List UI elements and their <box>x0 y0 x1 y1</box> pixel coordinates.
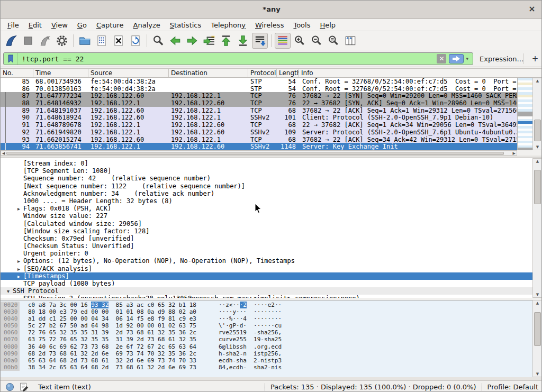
scrollbar-thumb[interactable] <box>534 312 541 347</box>
scroll-up-icon[interactable]: ▲ <box>533 159 542 163</box>
hex-ascii[interactable]: 84,ecdh- sha2-nis <box>219 364 282 371</box>
detail-tree-item[interactable]: [Next sequence number: 1122 (relative se… <box>1 183 542 190</box>
find-packet-button[interactable] <box>150 33 166 49</box>
display-filter-input[interactable]: !tcp.port == 22 ✕ ▾ <box>3 52 473 65</box>
expand-arrow-icon[interactable]: ▸ <box>14 266 23 272</box>
hex-row[interactable]: 0040 a1 dd c1 25 00 00 04 34 06 14 f5 e8… <box>1 315 542 322</box>
menu-item[interactable]: Statistics <box>165 20 206 30</box>
detail-tree-item[interactable]: Window size value: 227 <box>1 212 542 220</box>
menu-item[interactable]: Analyze <box>129 20 165 30</box>
expand-arrow-icon[interactable]: ▸ <box>14 273 23 280</box>
go-first-packet-button[interactable] <box>218 33 234 49</box>
filter-clear-button[interactable]: ✕ <box>437 54 446 63</box>
detail-tree-item[interactable]: ▸Flags: 0x018 (PSH, ACK) <box>1 205 542 212</box>
packet-row[interactable]: 94 71.663856741 192.168.122.1 192.168.12… <box>1 143 517 150</box>
packet-list-vscrollbar[interactable]: ▲ ▼ <box>532 78 542 150</box>
column-header-destination[interactable]: Destination <box>169 69 248 77</box>
hex-ascii[interactable]: ····y··· ········ <box>219 308 282 315</box>
detail-tree-item[interactable]: [TCP Segment Len: 1080] <box>1 167 542 175</box>
hex-bytes[interactable]: 5c 27 b2 67 50 ad 64 98 1d 92 00 00 01 0… <box>28 322 196 329</box>
save-file-button[interactable] <box>94 33 110 49</box>
detail-vscrollbar[interactable]: ▲ ▼ <box>532 158 542 298</box>
packet-list-minimap[interactable] <box>517 78 532 150</box>
hex-bytes[interactable]: 68 2d 73 68 61 32 2d 6e 69 73 74 70 32 3… <box>28 350 196 357</box>
hex-row[interactable]: 0050 5c 27 b2 67 50 ad 64 98 1d 92 00 00… <box>1 322 542 329</box>
packet-list-hscrollbar[interactable]: ◀ ▶ <box>1 150 517 156</box>
column-header-protocol[interactable]: Protocol <box>248 69 277 77</box>
stop-capture-button[interactable] <box>20 33 36 49</box>
detail-tree-item[interactable]: [Window size scaling factor: 128] <box>1 227 542 235</box>
detail-tree-item[interactable]: Checksum: 0x79ed [unverified] <box>1 235 542 242</box>
menu-item[interactable]: Edit <box>24 20 47 30</box>
hex-bytes[interactable]: 65 63 64 68 2d 73 68 61 32 2d 6e 69 73 7… <box>28 357 196 364</box>
column-header-no[interactable]: No. <box>1 69 33 77</box>
restart-capture-button[interactable] <box>37 33 53 49</box>
expression-button[interactable]: Expression… <box>480 55 524 63</box>
hex-row[interactable]: 0020 c0 a8 7a 3c 00 16 93 32 85 a3 ac c0… <box>1 302 542 308</box>
menu-item[interactable]: Wireless <box>250 20 288 30</box>
expert-info-button[interactable] <box>5 382 14 391</box>
hex-ascii[interactable]: 6@libssh .org,ecd <box>219 343 282 350</box>
scrollbar-thumb[interactable] <box>6 152 504 155</box>
packet-row[interactable]: 87 71.647777234 192.168.122.60 192.168.1… <box>1 92 517 99</box>
capture-comment-button[interactable] <box>19 382 29 391</box>
open-file-button[interactable] <box>77 33 93 49</box>
detail-tree-item[interactable]: Acknowledgment number: 34 (relative ack … <box>1 190 542 197</box>
close-file-button[interactable] <box>111 33 127 49</box>
menu-item[interactable]: Go <box>73 20 92 30</box>
reload-file-button[interactable] <box>128 33 143 49</box>
hex-ascii[interactable]: \'·gP·d· ······cu <box>219 322 282 329</box>
packet-row[interactable]: 88 71.648146932 192.168.122.1 192.168.12… <box>1 99 517 107</box>
packet-row[interactable]: 86 70.013850163 fe:54:00:d4:38:2a STP 54… <box>1 85 517 93</box>
close-button[interactable]: × <box>527 4 537 14</box>
hex-bytes[interactable]: 36 40 6c 69 62 73 73 68 2e 6f 72 67 2c 6… <box>28 343 196 350</box>
hex-ascii[interactable]: ecdh-sha 2-nistp3 <box>219 357 282 364</box>
menu-item[interactable]: Tools <box>288 20 315 30</box>
hex-row[interactable]: 0070 63 75 72 76 65 32 35 35 31 39 2d 73… <box>1 336 542 343</box>
hex-bytes[interactable]: 38 34 2c 65 63 64 68 2d 73 68 61 32 2d 6… <box>28 364 196 371</box>
go-back-button[interactable] <box>167 33 183 49</box>
resize-columns-button[interactable] <box>342 33 358 49</box>
expand-arrow-icon[interactable]: ▾ <box>4 288 13 295</box>
profile-label[interactable]: Profile: Default <box>487 383 538 391</box>
hex-ascii[interactable]: ···%···4 ········ <box>219 315 282 322</box>
detail-tree-item[interactable]: ▸Options: (12 bytes), No-Operation (NOP)… <box>1 257 542 265</box>
packet-row[interactable]: 91 71.648789678 192.168.122.1 192.168.12… <box>1 121 517 129</box>
expand-arrow-icon[interactable]: ▸ <box>14 205 23 212</box>
scrollbar-thumb[interactable] <box>534 120 541 141</box>
scrollbar-thumb[interactable] <box>534 170 541 205</box>
zoom-out-button[interactable] <box>309 33 324 49</box>
detail-tree-item[interactable]: [Calculated window size: 29056] <box>1 220 542 227</box>
start-capture-button[interactable] <box>3 33 19 49</box>
expand-arrow-icon[interactable]: ▸ <box>14 258 23 265</box>
hex-ascii[interactable]: curve255 19-sha25 <box>219 336 282 343</box>
colorize-packets-button[interactable] <box>275 33 291 49</box>
auto-scroll-button[interactable] <box>252 33 268 49</box>
packet-row[interactable]: 90 71.648618924 192.168.122.60 192.168.1… <box>1 114 517 121</box>
packet-row[interactable]: 85 68.001734936 fe:54:00:d4:38:2a STP 54… <box>1 78 517 85</box>
hex-row[interactable]: 0030 80 18 00 e3 79 ed 00 00 01 01 08 0a… <box>1 308 542 315</box>
expand-arrow-icon[interactable]: ▸ <box>14 295 23 298</box>
packet-row[interactable]: 92 71.661949820 192.168.122.1 192.168.12… <box>1 129 517 136</box>
filter-value[interactable]: !tcp.port == 22 <box>17 55 437 63</box>
detail-tree-item[interactable]: Sequence number: 42 (relative sequence n… <box>1 175 542 182</box>
detail-tree-item[interactable]: ▸[SEQ/ACK analysis] <box>1 265 542 272</box>
menu-item[interactable]: View <box>47 20 73 30</box>
hex-row[interactable]: 00a0 65 63 64 68 2d 73 68 61 32 2d 6e 69… <box>1 357 542 364</box>
detail-tree-item[interactable]: Urgent pointer: 0 <box>1 250 542 257</box>
scroll-down-icon[interactable]: ▼ <box>533 145 542 149</box>
go-last-packet-button[interactable] <box>235 33 251 49</box>
hex-vscrollbar[interactable]: ▲ ▼ <box>532 300 542 377</box>
column-header-info[interactable]: Info <box>299 69 542 77</box>
column-header-time[interactable]: Time <box>33 69 88 77</box>
hex-ascii[interactable]: ··z<···2 ····e2·· <box>219 302 282 308</box>
menu-item[interactable]: Help <box>315 20 340 30</box>
detail-tree-item[interactable]: ▾SSH Protocol <box>1 287 542 295</box>
hex-row[interactable]: 0090 68 2d 73 68 61 32 2d 6e 69 73 74 70… <box>1 350 542 357</box>
scroll-up-icon[interactable]: ▲ <box>533 79 542 83</box>
hex-ascii[interactable]: rve25519 -sha256, <box>219 329 282 336</box>
hex-bytes[interactable]: 63 75 72 76 65 32 35 35 31 39 2d 73 68 6… <box>28 336 196 343</box>
scroll-up-icon[interactable]: ▲ <box>533 301 542 305</box>
column-header-source[interactable]: Source <box>88 69 169 77</box>
scroll-left-icon[interactable]: ◀ <box>2 151 5 156</box>
